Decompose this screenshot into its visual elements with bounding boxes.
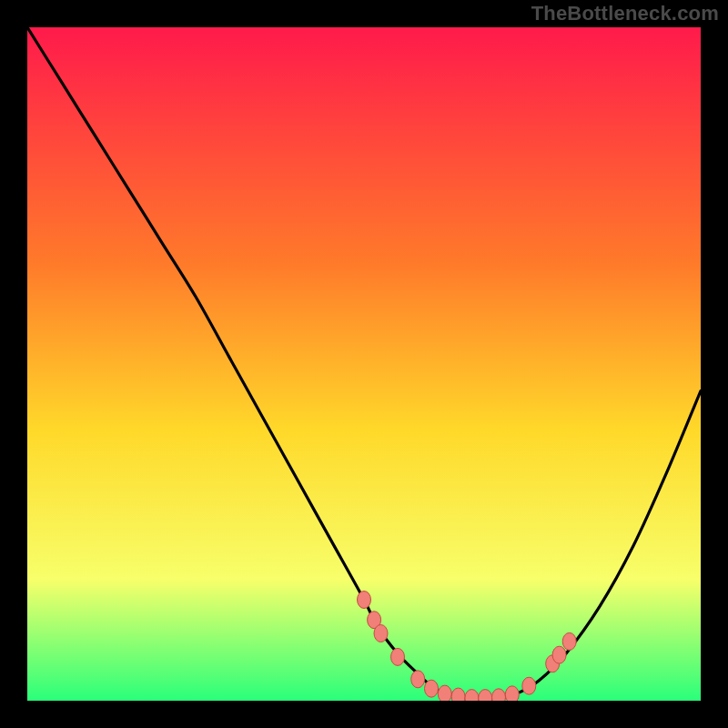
data-point: [358, 592, 371, 609]
data-point: [391, 648, 405, 665]
data-point: [522, 677, 536, 694]
plot-area: [27, 27, 701, 701]
bottleneck-chart: [27, 27, 701, 701]
data-point: [411, 671, 425, 688]
watermark-text: TheBottleneck.com: [531, 2, 719, 25]
data-point: [552, 646, 566, 663]
data-point: [438, 685, 451, 701]
data-point: [492, 689, 506, 701]
data-point: [425, 680, 439, 697]
data-point: [374, 625, 388, 642]
data-point: [562, 632, 576, 650]
data-point: [505, 686, 519, 701]
data-point: [451, 688, 465, 701]
chart-frame: TheBottleneck.com: [0, 0, 728, 728]
